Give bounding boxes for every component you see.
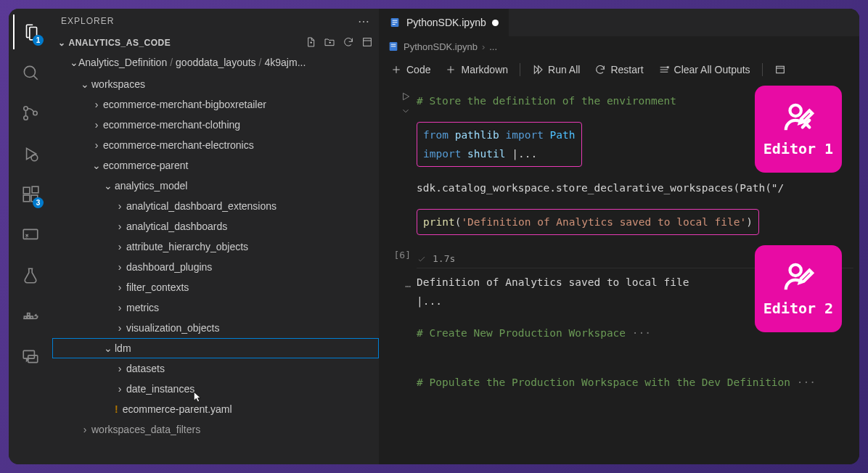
svg-point-26 bbox=[790, 105, 801, 116]
annotation-editor-1: Editor 1 bbox=[755, 86, 842, 173]
modified-indicator-icon: ! bbox=[115, 403, 118, 415]
activity-comments[interactable] bbox=[13, 340, 48, 374]
svg-rect-20 bbox=[393, 22, 398, 22]
activity-run-debug[interactable] bbox=[13, 136, 48, 171]
svg-rect-8 bbox=[32, 186, 38, 193]
tree-folder[interactable]: ›ecommerce-merchant-clothing bbox=[52, 115, 379, 135]
tree-folder[interactable]: ›metrics bbox=[52, 297, 379, 318]
file-tree: ⌄workspaces ›ecommerce-merchant-bigboxre… bbox=[52, 73, 379, 464]
add-code-button[interactable]: Code bbox=[385, 61, 436, 78]
svg-rect-21 bbox=[393, 24, 396, 25]
svg-rect-6 bbox=[23, 195, 30, 202]
tree-folder[interactable]: ›ecommerce-merchant-electronics bbox=[52, 135, 379, 155]
tree-folder-analytics-model[interactable]: ⌄analytics_model bbox=[52, 176, 379, 196]
tab-notebook[interactable]: PythonSDK.ipynb bbox=[379, 9, 509, 36]
svg-rect-23 bbox=[391, 44, 396, 45]
activity-testing[interactable] bbox=[13, 258, 48, 293]
activity-search[interactable] bbox=[13, 55, 48, 90]
svg-point-27 bbox=[790, 265, 801, 276]
tree-folder-ldm[interactable]: ⌄ldm bbox=[52, 338, 379, 358]
add-markdown-button[interactable]: Markdown bbox=[439, 61, 514, 78]
tree-folder[interactable]: ›attribute_hierarchy_objects bbox=[52, 236, 379, 257]
chevron-down-icon[interactable] bbox=[401, 106, 411, 116]
annotation-editor-2: Editor 2 bbox=[755, 245, 842, 332]
tree-folder[interactable]: ›workspaces_data_filters bbox=[52, 419, 379, 440]
check-icon bbox=[417, 254, 427, 264]
tree-breadcrumb[interactable]: ⌄ Analytics_Definition / gooddata_layout… bbox=[52, 52, 379, 73]
tree-folder[interactable]: ›analytical_dashboards bbox=[52, 216, 379, 236]
clear-outputs-button[interactable]: Clear All Outputs bbox=[652, 61, 756, 78]
editor-area: PythonSDK.ipynb PythonSDK.ipynb › ... Co… bbox=[379, 9, 859, 464]
tree-folder-parent[interactable]: ⌄ecommerce-parent bbox=[52, 155, 379, 176]
chevron-down-icon: ⌄ bbox=[58, 38, 66, 48]
tree-folder[interactable]: ›filter_contexts bbox=[52, 277, 379, 297]
project-section-header[interactable]: ⌄ ANALYTICS_AS_CODE bbox=[52, 33, 379, 52]
notebook-toolbar: Code Markdown Run All Restart Clear All … bbox=[379, 57, 859, 83]
tree-folder-datasets[interactable]: ›datasets bbox=[52, 358, 379, 379]
extensions-badge: 3 bbox=[33, 197, 44, 208]
jupyter-icon bbox=[388, 41, 399, 52]
activity-bar: 1 3 bbox=[9, 9, 52, 464]
tree-folder[interactable]: ›ecommerce-merchant-bigboxretailer bbox=[52, 94, 379, 115]
highlighted-code-1: from pathlib import Path import shutil |… bbox=[417, 122, 582, 167]
tree-folder[interactable]: ›dashboard_plugins bbox=[52, 257, 379, 277]
svg-rect-25 bbox=[776, 66, 784, 73]
svg-rect-15 bbox=[23, 350, 34, 358]
svg-point-3 bbox=[33, 111, 37, 115]
explorer-title: EXPLORER bbox=[61, 16, 114, 26]
svg-rect-14 bbox=[28, 313, 30, 316]
cell-more-icon[interactable]: ⋯ bbox=[405, 281, 411, 292]
tree-file-yaml[interactable]: ›!ecommerce-parent.yaml bbox=[52, 399, 379, 419]
chevron-down-icon: ⌄ bbox=[70, 57, 78, 68]
activity-explorer[interactable]: 1 bbox=[13, 15, 48, 49]
editor-breadcrumb[interactable]: PythonSDK.ipynb › ... bbox=[379, 36, 859, 57]
svg-point-0 bbox=[24, 66, 35, 77]
svg-point-4 bbox=[31, 155, 38, 161]
highlighted-code-2: print('Definition of Analytics saved to … bbox=[417, 209, 759, 235]
collapse-icon[interactable] bbox=[361, 36, 373, 50]
svg-point-1 bbox=[24, 107, 28, 110]
activity-remote[interactable] bbox=[13, 218, 48, 252]
activity-source-control[interactable] bbox=[13, 96, 48, 131]
tree-folder-workspaces[interactable]: ⌄workspaces bbox=[52, 74, 379, 94]
toolbar-overflow[interactable] bbox=[769, 61, 792, 78]
new-folder-icon[interactable] bbox=[324, 36, 335, 50]
svg-point-2 bbox=[24, 116, 28, 120]
jupyter-icon bbox=[389, 17, 401, 28]
refresh-icon[interactable] bbox=[343, 36, 354, 50]
exec-count: [6] bbox=[394, 250, 411, 260]
explorer-sidebar: EXPLORER ⋯ ⌄ ANALYTICS_AS_CODE ⌄ Analyti… bbox=[52, 9, 379, 464]
restart-button[interactable]: Restart bbox=[589, 61, 649, 78]
markdown-cell[interactable]: # Populate the Production Workspace with… bbox=[382, 373, 853, 392]
svg-rect-17 bbox=[364, 38, 372, 46]
tree-folder[interactable]: ›visualization_objects bbox=[52, 318, 379, 338]
activity-extensions[interactable]: 3 bbox=[13, 177, 48, 212]
explorer-more-icon[interactable]: ⋯ bbox=[358, 15, 370, 28]
project-name: ANALYTICS_AS_CODE bbox=[69, 38, 171, 48]
tree-folder[interactable]: ›date_instances bbox=[52, 379, 379, 399]
svg-rect-9 bbox=[23, 229, 38, 239]
notebook-body: # Store the definition of the environmen… bbox=[379, 83, 859, 464]
new-file-icon[interactable] bbox=[305, 36, 316, 50]
svg-rect-24 bbox=[391, 46, 396, 46]
svg-rect-19 bbox=[393, 20, 398, 21]
explorer-badge: 1 bbox=[33, 35, 44, 46]
tree-folder[interactable]: ›analytical_dashboard_extensions bbox=[52, 196, 379, 216]
svg-rect-5 bbox=[23, 187, 30, 194]
activity-docker[interactable] bbox=[13, 299, 48, 334]
tab-bar: PythonSDK.ipynb bbox=[379, 9, 859, 36]
run-all-button[interactable]: Run All bbox=[526, 61, 586, 78]
unsaved-dot-icon bbox=[492, 20, 499, 26]
run-cell-icon[interactable] bbox=[401, 91, 411, 102]
